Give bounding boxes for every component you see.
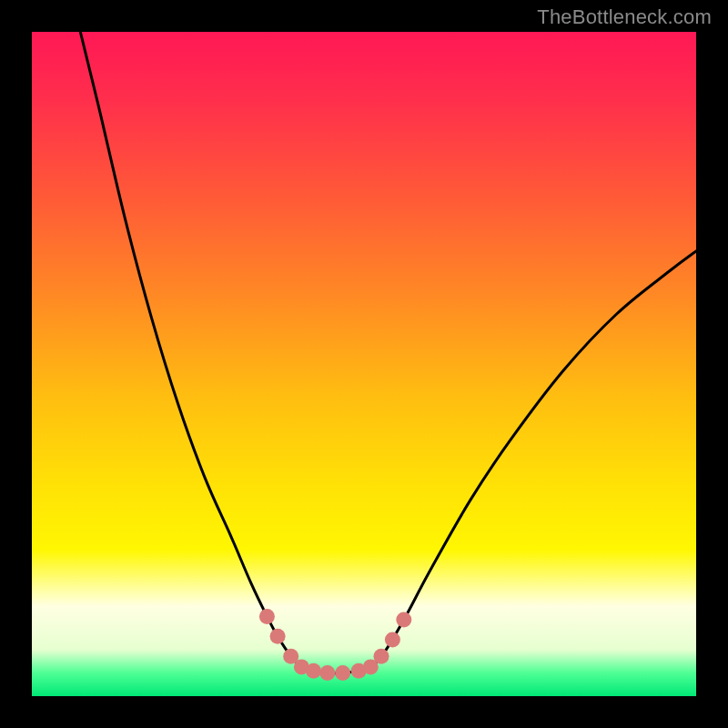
trough-marker (270, 629, 286, 644)
bottleneck-curve (80, 32, 696, 673)
trough-marker (373, 649, 389, 664)
trough-marker (335, 665, 350, 681)
trough-marker (396, 612, 411, 628)
plot-area (32, 32, 696, 696)
trough-marker (385, 632, 400, 647)
chart-frame: TheBottleneck.com (0, 0, 728, 728)
trough-marker (259, 609, 275, 624)
trough-marker (319, 665, 335, 681)
trough-marker (306, 663, 321, 679)
curve-layer (32, 32, 696, 696)
watermark-text: TheBottleneck.com (537, 5, 712, 29)
